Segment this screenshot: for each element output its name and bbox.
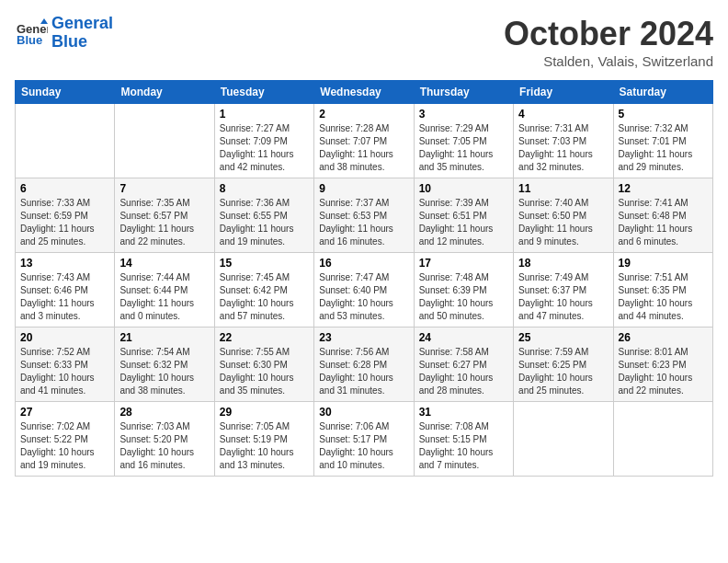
day-info: Sunrise: 7:41 AM Sunset: 6:48 PM Dayligh… xyxy=(619,197,708,248)
day-cell: 23Sunrise: 7:56 AM Sunset: 6:28 PM Dayli… xyxy=(314,327,414,402)
day-info: Sunrise: 7:47 AM Sunset: 6:40 PM Dayligh… xyxy=(319,271,408,323)
day-number: 27 xyxy=(20,406,109,419)
day-cell: 9Sunrise: 7:37 AM Sunset: 6:53 PM Daylig… xyxy=(314,178,414,253)
day-info: Sunrise: 7:33 AM Sunset: 6:59 PM Dayligh… xyxy=(20,197,109,248)
day-info: Sunrise: 7:08 AM Sunset: 5:15 PM Dayligh… xyxy=(419,420,508,472)
day-info: Sunrise: 7:29 AM Sunset: 7:05 PM Dayligh… xyxy=(419,122,508,174)
day-info: Sunrise: 7:03 AM Sunset: 5:20 PM Dayligh… xyxy=(119,420,209,472)
logo-icon: General Blue xyxy=(15,17,48,50)
day-number: 15 xyxy=(220,257,309,270)
day-cell xyxy=(514,402,613,477)
day-number: 21 xyxy=(119,331,209,344)
col-header-saturday: Saturday xyxy=(613,81,712,104)
day-number: 23 xyxy=(319,331,408,344)
col-header-wednesday: Wednesday xyxy=(314,81,414,104)
week-row-5: 27Sunrise: 7:02 AM Sunset: 5:22 PM Dayli… xyxy=(16,402,713,477)
day-cell: 10Sunrise: 7:39 AM Sunset: 6:51 PM Dayli… xyxy=(414,178,513,253)
day-info: Sunrise: 7:06 AM Sunset: 5:17 PM Dayligh… xyxy=(319,420,408,472)
calendar-table: SundayMondayTuesdayWednesdayThursdayFrid… xyxy=(15,80,713,477)
day-info: Sunrise: 7:59 AM Sunset: 6:25 PM Dayligh… xyxy=(518,346,608,397)
day-info: Sunrise: 7:48 AM Sunset: 6:39 PM Dayligh… xyxy=(419,271,508,323)
title-block: October 2024 Stalden, Valais, Switzerlan… xyxy=(504,15,713,69)
day-number: 17 xyxy=(419,257,508,270)
day-number: 14 xyxy=(119,257,209,270)
page-header: General Blue GeneralBlue October 2024 St… xyxy=(15,15,713,69)
day-info: Sunrise: 7:51 AM Sunset: 6:35 PM Dayligh… xyxy=(619,271,708,323)
day-cell: 4Sunrise: 7:31 AM Sunset: 7:03 PM Daylig… xyxy=(514,104,613,178)
day-info: Sunrise: 7:32 AM Sunset: 7:01 PM Dayligh… xyxy=(619,122,708,174)
col-header-friday: Friday xyxy=(514,81,613,104)
day-cell: 22Sunrise: 7:55 AM Sunset: 6:30 PM Dayli… xyxy=(214,327,313,402)
day-cell: 26Sunrise: 8:01 AM Sunset: 6:23 PM Dayli… xyxy=(613,327,712,402)
day-cell: 25Sunrise: 7:59 AM Sunset: 6:25 PM Dayli… xyxy=(514,327,613,402)
day-number: 10 xyxy=(419,182,508,195)
day-number: 16 xyxy=(319,257,408,270)
day-info: Sunrise: 7:31 AM Sunset: 7:03 PM Dayligh… xyxy=(518,122,608,174)
day-number: 24 xyxy=(419,331,508,344)
day-info: Sunrise: 7:36 AM Sunset: 6:55 PM Dayligh… xyxy=(220,197,309,248)
month-title: October 2024 xyxy=(504,15,713,53)
day-cell: 14Sunrise: 7:44 AM Sunset: 6:44 PM Dayli… xyxy=(115,253,214,327)
day-cell: 24Sunrise: 7:58 AM Sunset: 6:27 PM Dayli… xyxy=(414,327,513,402)
logo-text: GeneralBlue xyxy=(51,15,113,52)
col-header-sunday: Sunday xyxy=(16,81,115,104)
day-cell: 19Sunrise: 7:51 AM Sunset: 6:35 PM Dayli… xyxy=(613,253,712,327)
day-cell: 18Sunrise: 7:49 AM Sunset: 6:37 PM Dayli… xyxy=(514,253,613,327)
day-cell: 30Sunrise: 7:06 AM Sunset: 5:17 PM Dayli… xyxy=(314,402,414,477)
day-number: 1 xyxy=(220,108,309,121)
day-number: 31 xyxy=(419,406,508,419)
day-number: 26 xyxy=(619,331,708,344)
day-cell: 17Sunrise: 7:48 AM Sunset: 6:39 PM Dayli… xyxy=(414,253,513,327)
day-cell: 2Sunrise: 7:28 AM Sunset: 7:07 PM Daylig… xyxy=(314,104,414,178)
day-number: 22 xyxy=(220,331,309,344)
day-number: 7 xyxy=(119,182,209,195)
day-cell: 11Sunrise: 7:40 AM Sunset: 6:50 PM Dayli… xyxy=(514,178,613,253)
day-number: 20 xyxy=(20,331,109,344)
day-number: 6 xyxy=(20,182,109,195)
day-info: Sunrise: 7:55 AM Sunset: 6:30 PM Dayligh… xyxy=(220,346,309,397)
day-cell: 28Sunrise: 7:03 AM Sunset: 5:20 PM Dayli… xyxy=(115,402,214,477)
day-cell: 7Sunrise: 7:35 AM Sunset: 6:57 PM Daylig… xyxy=(115,178,214,253)
day-cell: 27Sunrise: 7:02 AM Sunset: 5:22 PM Dayli… xyxy=(16,402,115,477)
week-row-2: 6Sunrise: 7:33 AM Sunset: 6:59 PM Daylig… xyxy=(16,178,713,253)
day-cell: 21Sunrise: 7:54 AM Sunset: 6:32 PM Dayli… xyxy=(115,327,214,402)
day-info: Sunrise: 7:05 AM Sunset: 5:19 PM Dayligh… xyxy=(220,420,309,472)
day-cell: 5Sunrise: 7:32 AM Sunset: 7:01 PM Daylig… xyxy=(613,104,712,178)
day-number: 4 xyxy=(518,108,608,121)
day-number: 3 xyxy=(419,108,508,121)
svg-text:Blue: Blue xyxy=(17,33,42,47)
day-info: Sunrise: 8:01 AM Sunset: 6:23 PM Dayligh… xyxy=(619,346,708,397)
logo: General Blue GeneralBlue xyxy=(15,15,113,52)
week-row-1: 1Sunrise: 7:27 AM Sunset: 7:09 PM Daylig… xyxy=(16,104,713,178)
col-header-monday: Monday xyxy=(115,81,214,104)
day-number: 2 xyxy=(319,108,408,121)
day-cell: 20Sunrise: 7:52 AM Sunset: 6:33 PM Dayli… xyxy=(16,327,115,402)
day-number: 30 xyxy=(319,406,408,419)
day-cell: 15Sunrise: 7:45 AM Sunset: 6:42 PM Dayli… xyxy=(214,253,313,327)
day-cell: 12Sunrise: 7:41 AM Sunset: 6:48 PM Dayli… xyxy=(613,178,712,253)
day-cell xyxy=(16,104,115,178)
day-number: 8 xyxy=(220,182,309,195)
day-info: Sunrise: 7:28 AM Sunset: 7:07 PM Dayligh… xyxy=(319,122,408,174)
day-cell: 3Sunrise: 7:29 AM Sunset: 7:05 PM Daylig… xyxy=(414,104,513,178)
day-number: 19 xyxy=(619,257,708,270)
day-cell: 1Sunrise: 7:27 AM Sunset: 7:09 PM Daylig… xyxy=(214,104,313,178)
location: Stalden, Valais, Switzerland xyxy=(504,53,713,69)
day-cell xyxy=(613,402,712,477)
header-row: SundayMondayTuesdayWednesdayThursdayFrid… xyxy=(16,81,713,104)
week-row-3: 13Sunrise: 7:43 AM Sunset: 6:46 PM Dayli… xyxy=(16,253,713,327)
day-info: Sunrise: 7:27 AM Sunset: 7:09 PM Dayligh… xyxy=(220,122,309,174)
day-info: Sunrise: 7:37 AM Sunset: 6:53 PM Dayligh… xyxy=(319,197,408,248)
day-number: 18 xyxy=(518,257,608,270)
day-info: Sunrise: 7:52 AM Sunset: 6:33 PM Dayligh… xyxy=(20,346,109,397)
day-info: Sunrise: 7:54 AM Sunset: 6:32 PM Dayligh… xyxy=(119,346,209,397)
day-info: Sunrise: 7:02 AM Sunset: 5:22 PM Dayligh… xyxy=(20,420,109,472)
day-cell: 29Sunrise: 7:05 AM Sunset: 5:19 PM Dayli… xyxy=(214,402,313,477)
day-cell: 6Sunrise: 7:33 AM Sunset: 6:59 PM Daylig… xyxy=(16,178,115,253)
day-number: 11 xyxy=(518,182,608,195)
day-info: Sunrise: 7:58 AM Sunset: 6:27 PM Dayligh… xyxy=(419,346,508,397)
day-info: Sunrise: 7:45 AM Sunset: 6:42 PM Dayligh… xyxy=(220,271,309,323)
day-number: 12 xyxy=(619,182,708,195)
day-cell: 8Sunrise: 7:36 AM Sunset: 6:55 PM Daylig… xyxy=(214,178,313,253)
col-header-tuesday: Tuesday xyxy=(214,81,313,104)
